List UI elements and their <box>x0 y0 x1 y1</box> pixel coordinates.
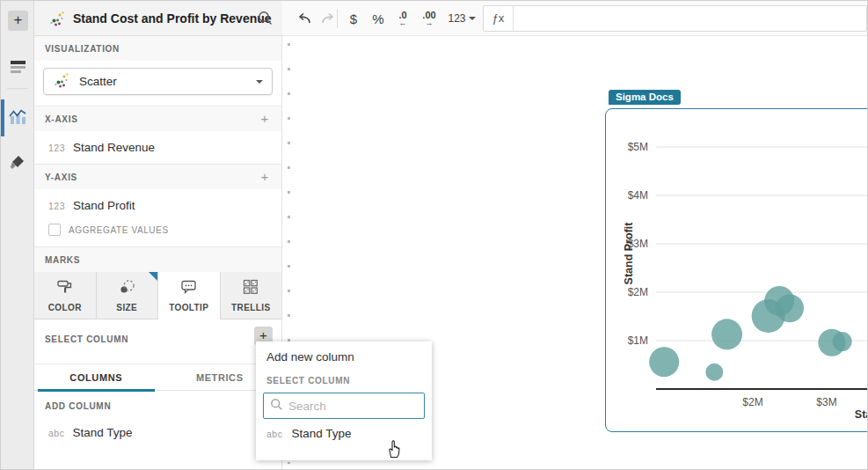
visualization-tool-icon[interactable] <box>9 108 27 129</box>
tab-color[interactable]: COLOR <box>34 272 97 319</box>
svg-text:$3M: $3M <box>816 396 836 408</box>
undo-button[interactable] <box>293 7 316 30</box>
text-type-icon: abc <box>48 428 64 438</box>
aggregate-values-row: AGGREGATE VALUES <box>34 222 281 246</box>
scatter-bubble[interactable] <box>833 332 852 351</box>
fx-icon: ƒx <box>484 6 514 31</box>
select-column-label: SELECT COLUMN <box>256 371 432 391</box>
svg-text:$2M: $2M <box>628 286 648 298</box>
property-set-badge <box>149 272 157 281</box>
page-list-icon[interactable] <box>11 61 26 73</box>
marks-section-header: MARKS <box>34 246 281 272</box>
paint-roller-icon <box>56 279 73 298</box>
formula-input[interactable] <box>514 6 866 31</box>
mouse-cursor-hand <box>386 439 403 462</box>
formula-bar: ƒx <box>483 5 867 32</box>
left-icon-rail: + <box>1 1 34 470</box>
aggregate-values-checkbox[interactable] <box>48 224 61 236</box>
add-y-axis-column-button[interactable]: + <box>257 169 273 185</box>
svg-text:$1M: $1M <box>628 334 648 347</box>
active-tab-underline <box>38 389 155 392</box>
scatter-bubble[interactable] <box>705 364 723 381</box>
y-axis-section-header: Y-AXIS + <box>34 164 281 189</box>
format-brush-icon[interactable] <box>9 155 26 176</box>
tooltip-bubble-icon <box>180 279 198 298</box>
formatting-toolbar: $ % .0← .00→ 123 ƒx <box>282 1 868 36</box>
add-column-popover: Add new column SELECT COLUMN abc Stand T… <box>256 341 432 460</box>
column-search-box <box>263 393 425 419</box>
add-column-header: ADD COLUMN <box>34 391 281 416</box>
increase-decimal-button[interactable]: .00→ <box>418 7 441 30</box>
tab-size[interactable]: SIZE <box>97 272 159 319</box>
scatter-doc-icon <box>48 10 66 31</box>
add-x-axis-column-button[interactable]: + <box>257 111 273 127</box>
visualization-section-header: VISUALIZATION <box>34 36 281 61</box>
active-tool-indicator <box>1 99 4 136</box>
tab-trellis[interactable]: TRELLIS <box>221 272 282 319</box>
tab-tooltip[interactable]: TOOLTIP <box>158 272 221 319</box>
column-search-input[interactable] <box>288 400 444 413</box>
number-format-dropdown[interactable]: 123 <box>444 7 479 30</box>
svg-text:$2M: $2M <box>742 396 762 408</box>
x-axis-title: Stand Revenue <box>855 408 868 421</box>
page-title: Stand Cost and Profit by Revenue <box>73 11 272 26</box>
number-type-icon: 123 <box>48 143 65 153</box>
element-name-badge[interactable]: Sigma Docs <box>609 90 681 105</box>
x-axis-section-header: X-AXIS + <box>34 106 281 131</box>
chart-type-select[interactable]: Scatter <box>43 68 273 95</box>
y-axis-field[interactable]: 123 Stand Profit <box>34 189 281 222</box>
y-axis-title: Stand Profit <box>623 223 635 285</box>
scatter-type-icon <box>53 71 70 92</box>
select-column-row: SELECT COLUMN + <box>34 319 281 356</box>
svg-text:$5M: $5M <box>628 141 648 153</box>
chevron-down-icon <box>256 80 263 84</box>
scatter-chart: $1M$2M$3M$4M$5M$2M$3M$4M$5M$6M <box>605 108 868 432</box>
search-icon[interactable] <box>257 10 274 30</box>
trellis-grid-icon <box>243 279 259 298</box>
x-axis-field[interactable]: 123 Stand Revenue <box>34 131 281 164</box>
toolbar-divider <box>337 9 338 28</box>
marks-tab-bar: COLOR SIZE <box>34 272 281 319</box>
percent-format-button[interactable]: % <box>367 7 390 30</box>
text-type-icon: abc <box>266 429 282 439</box>
chevron-down-icon <box>469 17 476 20</box>
add-page-button[interactable]: + <box>8 11 28 31</box>
scatter-bubble[interactable] <box>649 347 679 377</box>
document-title-bar: Stand Cost and Profit by Revenue <box>34 1 282 36</box>
column-option-stand-type[interactable]: abc Stand Type <box>256 419 432 448</box>
app-window: + Stand C <box>0 0 868 470</box>
currency-format-button[interactable]: $ <box>342 7 365 30</box>
rail-divider <box>7 88 28 89</box>
column-list-item[interactable]: abc Stand Type <box>34 416 281 449</box>
search-icon <box>270 398 283 415</box>
number-type-icon: 123 <box>48 201 65 211</box>
tab-columns[interactable]: COLUMNS <box>34 364 158 390</box>
visualization-config-panel: VISUALIZATION Scatter X-AXIS + 12 <box>34 36 282 470</box>
add-new-column-option[interactable]: Add new column <box>256 341 432 371</box>
decrease-decimal-button[interactable]: .0← <box>391 7 414 30</box>
columns-metrics-tab-bar: COLUMNS METRICS <box>34 364 281 391</box>
chart-type-value: Scatter <box>79 75 247 88</box>
svg-text:$4M: $4M <box>628 189 648 202</box>
scatter-bubble[interactable] <box>776 294 804 322</box>
scatter-bubble[interactable] <box>711 319 742 349</box>
visualization-row: Scatter <box>34 61 281 106</box>
size-circles-icon <box>119 279 135 298</box>
